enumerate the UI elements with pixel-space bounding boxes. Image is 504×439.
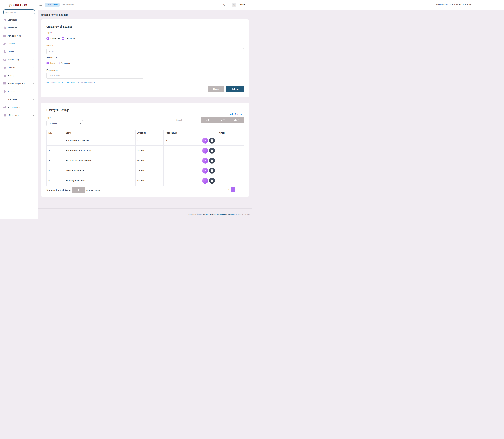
svg-text:AVAILABLE: AVAILABLE (233, 6, 235, 6)
svg-text:A: A (224, 4, 225, 5)
svg-text:え: え (223, 4, 224, 5)
